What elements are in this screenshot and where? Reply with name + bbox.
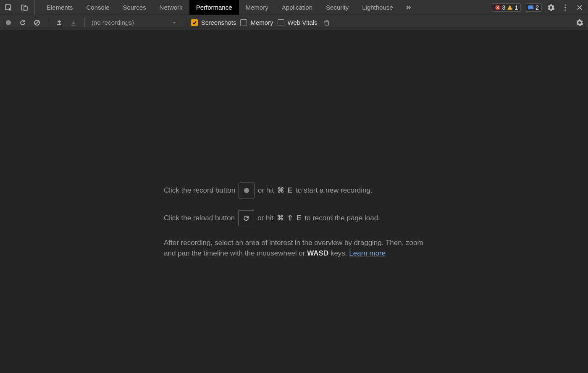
clear-button[interactable] [32,18,42,28]
console-error-warning-badge[interactable]: 3 1 [492,3,521,12]
device-toggle-icon[interactable] [19,3,29,13]
text: or hit [257,213,273,224]
svg-point-8 [6,20,11,25]
topbar-right: 3 1 2 [492,3,585,13]
text: to start a new recording. [296,185,372,196]
text: to record the page load. [304,213,380,224]
kbd-shift: ⇧ [287,213,293,224]
reload-instruction-row: Click the reload button or hit ⌘ ⇧ E to … [164,210,424,226]
kbd-cmd: ⌘ [277,185,284,196]
wasd-strong: WASD [307,249,328,257]
screenshots-label: Screenshots [201,19,236,26]
recordings-dropdown[interactable]: (no recordings) [91,19,179,26]
svg-point-10 [244,188,249,193]
text: keys. [328,249,349,257]
garbage-collect-icon[interactable] [322,18,332,28]
recordings-placeholder: (no recordings) [92,19,134,26]
inline-record-button[interactable] [239,183,255,198]
kbd-cmd: ⌘ [277,213,284,224]
tab-security[interactable]: Security [319,0,355,15]
inline-reload-button[interactable] [238,210,254,226]
tab-elements[interactable]: Elements [40,0,80,15]
svg-point-7 [564,9,566,10]
webvitals-checkbox[interactable]: Web Vitals [278,19,318,26]
issues-badge[interactable]: 2 [525,3,542,12]
tab-memory[interactable]: Memory [239,0,275,15]
tab-application[interactable]: Application [275,0,319,15]
save-profile-icon[interactable] [68,18,79,28]
help-paragraph: After recording, select an area of inter… [164,238,424,258]
tab-lighthouse[interactable]: Lighthouse [355,0,399,15]
learn-more-link[interactable]: Learn more [349,249,386,257]
devtools-topbar: Elements Console Sources Network Perform… [0,0,588,15]
error-count: 3 [502,4,506,11]
record-instruction-row: Click the record button or hit ⌘ E to st… [164,183,424,198]
text: Click the record button [164,185,235,196]
memory-label: Memory [250,19,273,26]
webvitals-label: Web Vitals [288,19,318,26]
inspect-element-icon[interactable] [3,3,13,13]
memory-checkbox[interactable]: Memory [240,19,273,26]
load-profile-icon[interactable] [54,18,64,28]
tab-performance[interactable]: Performance [189,0,239,15]
tab-console[interactable]: Console [80,0,116,15]
separator [48,18,48,27]
kbd-e: E [288,185,292,196]
performance-landing: Click the record button or hit ⌘ E to st… [0,30,588,373]
checkbox-icon [240,19,247,26]
text: Click the reload button [164,213,235,224]
close-devtools-icon[interactable] [575,3,585,13]
svg-point-5 [564,4,566,5]
settings-gear-icon[interactable] [546,3,556,13]
kebab-menu-icon[interactable] [560,3,570,13]
issue-count: 2 [536,4,539,11]
svg-point-6 [564,7,566,8]
inspector-icons [3,0,35,15]
checkbox-icon [191,19,198,26]
checkbox-icon [278,19,284,26]
warn-count: 1 [514,4,518,11]
landing-instructions: Click the record button or hit ⌘ E to st… [164,183,424,258]
kbd-e: E [297,213,301,224]
text: or hit [258,185,274,196]
separator [185,18,185,27]
record-button[interactable] [3,18,13,28]
tab-sources[interactable]: Sources [116,0,153,15]
svg-rect-2 [24,6,27,10]
screenshots-checkbox[interactable]: Screenshots [191,19,236,26]
panel-tabs: Elements Console Sources Network Perform… [40,0,417,15]
separator [84,18,85,27]
tab-network[interactable]: Network [153,0,189,15]
more-tabs-icon[interactable] [400,0,417,15]
reload-record-button[interactable] [18,18,28,28]
capture-settings-gear-icon[interactable] [575,18,585,28]
performance-toolbar: (no recordings) Screenshots Memory Web V… [0,15,588,30]
